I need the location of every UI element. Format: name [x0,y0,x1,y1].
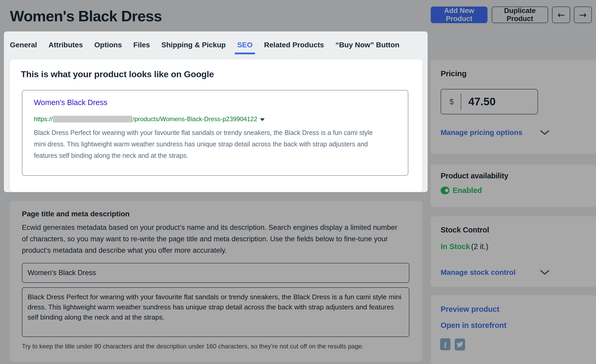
availability-heading: Product availability [441,172,508,180]
chevron-down-icon[interactable] [540,270,549,276]
tab-files[interactable]: Files [133,41,150,49]
google-result-title-link[interactable]: Women's Black Dress [34,98,107,107]
stock-status-row: In Stock (2 it.) [441,242,488,251]
tab-shipping-pickup[interactable]: Shipping & Pickup [161,41,226,49]
google-result-url: https:///products/Womens-Black-Dress-p23… [34,115,265,123]
manage-pricing-options-link[interactable]: Manage pricing options [441,128,522,137]
url-dropdown-caret-icon[interactable] [260,118,265,121]
arrow-left-icon: ← [557,10,565,20]
chevron-down-icon[interactable] [540,130,549,136]
facebook-glyph: f [444,340,447,350]
price-input[interactable]: $ 47.50 [441,89,538,114]
stock-control-card: Stock Control In Stock (2 it.) Manage st… [431,216,596,287]
tab-general[interactable]: General [10,41,37,49]
arrow-right-icon: → [579,10,587,20]
tab-buy-now-button[interactable]: “Buy Now” Button [335,41,400,49]
meta-section-heading: Page title and meta description [22,210,130,218]
url-path: /products/Womens-Black-Dress-p239904122 [133,115,257,123]
google-result-snippet: Women's Black Dress https:///products/Wo… [22,90,408,176]
preview-product-link[interactable]: Preview product [441,305,499,314]
price-divider [461,93,461,110]
availability-status: Enabled [453,186,482,194]
social-share-row: f [440,338,468,350]
page-title: Women's Black Dress [10,7,162,25]
page-title-meta-card: Page title and meta description Ecwid ge… [10,201,422,362]
twitter-bird-glyph [456,341,463,348]
stock-heading: Stock Control [441,226,489,234]
url-prefix: https:// [34,115,53,123]
google-result-description: Black Dress Perfect for wearing with you… [34,127,375,161]
next-product-button[interactable]: → [574,6,592,23]
manage-stock-control-link[interactable]: Manage stock control [441,268,516,277]
google-preview-card: This is what your product looks like on … [10,59,422,192]
availability-status-row: Enabled [441,186,482,195]
product-tabs: General Attributes Options Files Shippin… [10,31,400,58]
pricing-heading: Pricing [441,69,467,78]
availability-card: Product availability Enabled [431,164,596,207]
meta-length-hint: Try to keep the title under 80 character… [22,343,364,350]
enabled-toggle-icon[interactable] [441,187,449,194]
facebook-icon[interactable]: f [440,338,451,350]
stock-quantity: (2 it.) [471,242,488,251]
twitter-icon[interactable] [455,339,465,350]
previous-product-button[interactable]: ← [552,6,570,23]
tab-related-products[interactable]: Related Products [264,41,324,49]
add-new-product-button[interactable]: Add New Product [431,6,487,23]
price-value: 47.50 [468,95,496,108]
meta-description-textarea[interactable]: Black Dress Perfect for wearing with you… [22,287,409,337]
stock-status: In Stock [441,242,470,251]
google-preview-heading: This is what your product looks like on … [21,69,214,79]
blurred-domain [53,116,132,122]
meta-section-description: Ecwid generates metadata based on your p… [22,222,402,256]
tab-attributes[interactable]: Attributes [48,41,83,49]
tab-seo[interactable]: SEO [237,41,252,49]
tab-options[interactable]: Options [94,41,122,49]
duplicate-product-button[interactable]: Duplicate Product [492,6,548,23]
product-actions-card: Preview product Open in storefront f [431,295,596,364]
currency-symbol: $ [449,98,454,106]
open-in-storefront-link[interactable]: Open in storefront [441,321,506,330]
page-title-input[interactable] [22,263,409,283]
pricing-card: Pricing $ 47.50 Manage pricing options [431,60,596,154]
